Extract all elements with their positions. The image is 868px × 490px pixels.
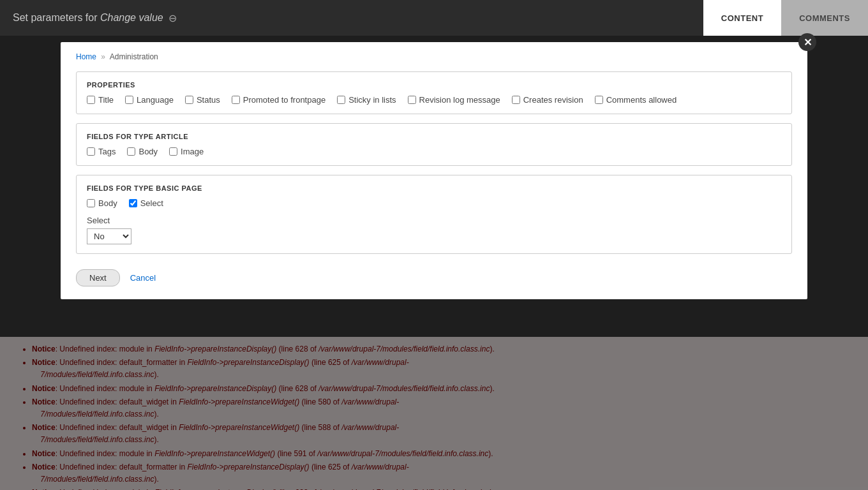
checkbox-art-image-input[interactable] (169, 147, 177, 156)
checkbox-bp-body-input[interactable] (87, 199, 95, 207)
properties-checkboxes: Title Language Status Promoted to frontp… (87, 95, 781, 105)
minus-circle-icon: ⊖ (168, 12, 177, 24)
checkbox-status-label: Status (197, 95, 220, 105)
checkbox-creates-revision-label: Creates revision (523, 95, 583, 105)
checkbox-comments-allowed[interactable]: Comments allowed (595, 95, 677, 105)
checkbox-comments-allowed-input[interactable] (595, 96, 603, 104)
checkbox-sticky-input[interactable] (337, 96, 345, 104)
checkbox-bp-select[interactable]: Select (129, 198, 163, 208)
cancel-button[interactable]: Cancel (130, 273, 156, 283)
checkbox-art-body-input[interactable] (127, 147, 135, 156)
checkbox-creates-revision[interactable]: Creates revision (512, 95, 583, 105)
basic-page-section: FIELDS FOR TYPE BASIC PAGE Body Select S… (76, 175, 792, 254)
checkbox-title[interactable]: Title (87, 95, 114, 105)
title-prefix: Set parameters for (13, 12, 100, 23)
checkbox-language-input[interactable] (125, 96, 133, 104)
select-dropdown[interactable]: No Yes (87, 228, 131, 244)
basic-page-title: FIELDS FOR TYPE BASIC PAGE (87, 184, 781, 192)
checkbox-status-input[interactable] (185, 96, 193, 104)
breadcrumb-home[interactable]: Home (76, 52, 96, 61)
checkbox-art-body-label: Body (138, 147, 158, 156)
tab-comments[interactable]: COMMENTS (781, 0, 868, 36)
checkbox-art-tags-input[interactable] (87, 147, 95, 156)
properties-title: PROPERTIES (87, 81, 781, 89)
checkbox-creates-revision-input[interactable] (512, 96, 520, 104)
checkbox-bp-select-label: Select (140, 198, 163, 208)
basic-page-checkboxes: Body Select (87, 198, 781, 208)
article-checkboxes: Tags Body Image (87, 147, 781, 156)
select-dropdown-wrapper: No Yes (87, 228, 781, 244)
breadcrumb-admin: Administration (110, 52, 158, 61)
checkbox-sticky-label: Sticky in lists (348, 95, 396, 105)
top-tabs: CONTENT COMMENTS (703, 0, 868, 36)
tab-content[interactable]: CONTENT (703, 0, 781, 36)
checkbox-revision-log-input[interactable] (408, 96, 416, 104)
next-button[interactable]: Next (76, 269, 120, 286)
checkbox-bp-body-label: Body (98, 198, 117, 208)
breadcrumb: Home » Administration (76, 52, 792, 61)
modal-overlay: ✕ Home » Administration PROPERTIES Title (0, 36, 868, 490)
checkbox-revision-log[interactable]: Revision log message (408, 95, 500, 105)
checkbox-promoted[interactable]: Promoted to frontpage (232, 95, 326, 105)
checkbox-comments-allowed-label: Comments allowed (606, 95, 677, 105)
checkbox-bp-body[interactable]: Body (87, 198, 117, 208)
checkbox-title-input[interactable] (87, 96, 95, 104)
checkbox-art-image-label: Image (181, 147, 204, 156)
modal-dialog: ✕ Home » Administration PROPERTIES Title (61, 42, 807, 299)
title-italic: Change value (100, 12, 163, 23)
checkbox-language-label: Language (137, 95, 174, 105)
breadcrumb-separator: » (101, 52, 105, 61)
checkbox-language[interactable]: Language (125, 95, 174, 105)
checkbox-art-tags-label: Tags (98, 147, 116, 156)
checkbox-promoted-input[interactable] (232, 96, 240, 104)
article-section: FIELDS FOR TYPE ARTICLE Tags Body Image (76, 123, 792, 166)
checkbox-promoted-label: Promoted to frontpage (243, 95, 326, 105)
checkbox-art-image[interactable]: Image (169, 147, 204, 156)
page-title: Set parameters for Change value (13, 12, 163, 24)
button-row: Next Cancel (76, 263, 792, 289)
checkbox-bp-select-input[interactable] (129, 199, 137, 207)
checkbox-sticky[interactable]: Sticky in lists (337, 95, 396, 105)
properties-section: PROPERTIES Title Language Status (76, 71, 792, 114)
checkbox-revision-log-label: Revision log message (419, 95, 500, 105)
top-bar: Set parameters for Change value ⊖ CONTEN… (0, 0, 868, 36)
checkbox-status[interactable]: Status (185, 95, 220, 105)
checkbox-art-tags[interactable]: Tags (87, 147, 116, 156)
select-field-label: Select (87, 216, 781, 225)
close-button[interactable]: ✕ (798, 33, 816, 51)
article-title: FIELDS FOR TYPE ARTICLE (87, 133, 781, 140)
checkbox-art-body[interactable]: Body (127, 147, 158, 156)
checkbox-title-label: Title (98, 95, 114, 105)
